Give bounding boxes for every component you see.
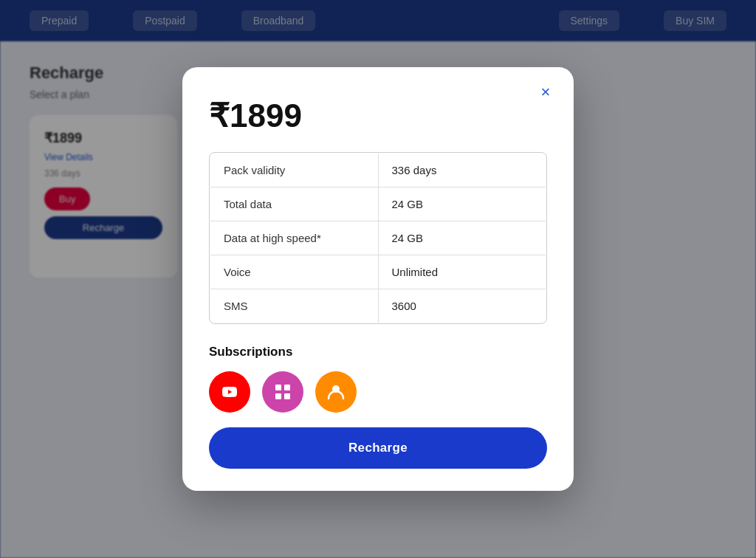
plan-details-table: Pack validity 336 days Total data 24 GB …	[210, 153, 546, 323]
subscriptions-heading: Subscriptions	[209, 345, 547, 359]
subscription-3-icon	[326, 382, 346, 402]
table-cell-value: 24 GB	[378, 221, 546, 255]
table-row: Total data 24 GB	[210, 187, 546, 221]
svg-rect-3	[284, 393, 290, 399]
table-cell-value: Unlimited	[378, 255, 546, 289]
table-cell-label: SMS	[210, 289, 379, 323]
subscription-icon-youtube	[209, 371, 250, 413]
recharge-button[interactable]: Recharge	[209, 427, 547, 469]
close-button[interactable]: ×	[534, 80, 557, 104]
table-row: Pack validity 336 days	[210, 154, 546, 187]
table-cell-label: Voice	[210, 255, 379, 289]
plan-price: ₹1899	[209, 97, 547, 134]
table-row: SMS 3600	[210, 289, 546, 323]
plan-details-table-scroll[interactable]: Pack validity 336 days Total data 24 GB …	[210, 153, 546, 323]
subscription-icon-2	[262, 371, 303, 413]
table-row: Data at high speed* 24 GB	[210, 221, 546, 255]
table-cell-label: Pack validity	[210, 154, 379, 187]
svg-rect-0	[275, 385, 281, 390]
plan-detail-modal: × ₹1899 Pack validity 336 days Total dat…	[182, 67, 574, 491]
modal-overlay: × ₹1899 Pack validity 336 days Total dat…	[0, 0, 756, 558]
table-row: Voice Unlimited	[210, 255, 546, 289]
subscription-icon-3	[315, 371, 357, 413]
plan-details-table-wrapper: Pack validity 336 days Total data 24 GB …	[209, 152, 547, 324]
table-cell-value: 24 GB	[378, 187, 546, 221]
subscription-2-icon	[273, 382, 292, 402]
table-cell-label: Data at high speed*	[210, 221, 379, 255]
youtube-play-icon	[221, 383, 238, 401]
subscriptions-icons-container	[209, 371, 547, 413]
svg-rect-2	[275, 393, 281, 399]
table-cell-value: 336 days	[378, 154, 546, 187]
table-cell-value: 3600	[378, 289, 546, 323]
table-cell-label: Total data	[210, 187, 379, 221]
svg-rect-1	[284, 385, 290, 390]
close-icon: ×	[541, 83, 551, 102]
